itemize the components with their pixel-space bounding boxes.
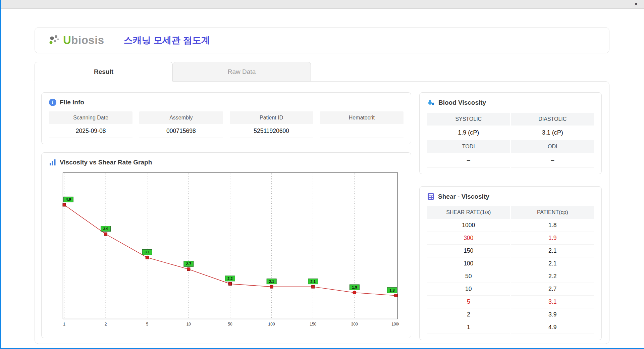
shear-rate-cell: 2 <box>427 308 510 321</box>
svg-text:1: 1 <box>63 322 65 327</box>
field-value: 52511920600 <box>230 124 313 138</box>
file-info-field-hematocrit: Hematocrit <box>320 111 404 138</box>
viscosity-chart: 125105010015030010004.93.93.12.72.22.12.… <box>62 172 399 331</box>
shear-rate-cell: 100 <box>427 257 510 270</box>
app-header: Ubiosis 스캐닝 모세관 점도계 <box>35 27 609 53</box>
svg-text:2: 2 <box>105 322 107 327</box>
table-row: 10001.8 <box>427 219 594 232</box>
blood-viscosity-table: SYSTOLICDIASTOLIC1.9 (cP)3.1 (cP)TODIODI… <box>427 113 594 168</box>
svg-text:1.8: 1.8 <box>389 288 394 292</box>
file-info-card: i File Info Scanning Date2025-09-08Assem… <box>41 92 411 144</box>
ubiosis-logo: Ubiosis <box>49 34 104 47</box>
logo-molecule-icon <box>49 34 60 47</box>
blood-viscosity-title: Blood Viscosity <box>438 99 486 106</box>
svg-text:10: 10 <box>186 322 191 327</box>
bv-header-cell: DIASTOLIC <box>511 113 594 126</box>
svg-text:2.1: 2.1 <box>311 280 316 284</box>
blood-viscosity-card: Blood Viscosity SYSTOLICDIASTOLIC1.9 (cP… <box>419 92 602 174</box>
info-icon: i <box>49 99 56 106</box>
bv-value-cell: – <box>511 153 594 168</box>
result-panel: i File Info Scanning Date2025-09-08Assem… <box>35 81 609 344</box>
svg-text:50: 50 <box>228 322 232 327</box>
bv-header-row: SYSTOLICDIASTOLIC <box>427 113 594 126</box>
svg-text:300: 300 <box>351 322 358 327</box>
svg-text:2.7: 2.7 <box>186 262 191 266</box>
patient-cell: 3.9 <box>511 308 594 321</box>
table-row: 1502.1 <box>427 245 594 257</box>
bv-value-row: 1.9 (cP)3.1 (cP) <box>427 126 594 140</box>
tab-bar: Result Raw Data <box>35 62 644 81</box>
svg-text:4.9: 4.9 <box>66 197 71 201</box>
bv-header-cell: SYSTOLIC <box>427 113 510 126</box>
app-content: Ubiosis 스캐닝 모세관 점도계 Result Raw Data i Fi… <box>0 9 644 344</box>
field-value: 2025-09-08 <box>49 124 132 138</box>
shear-rate-cell: 10 <box>427 283 510 296</box>
svg-text:150: 150 <box>310 322 316 327</box>
patient-cell: 3.1 <box>511 296 594 308</box>
patient-cell: 2.1 <box>511 245 594 257</box>
svg-text:100: 100 <box>268 322 275 327</box>
table-row: 53.1 <box>427 296 594 308</box>
left-column: i File Info Scanning Date2025-09-08Assem… <box>41 92 411 337</box>
logo-rest: biosis <box>71 34 104 46</box>
svg-text:1000: 1000 <box>391 322 399 327</box>
patient-cell: 2.7 <box>511 283 594 296</box>
shear-rate-column-header: SHEAR RATE(1/s) <box>427 206 510 219</box>
right-column: Blood Viscosity SYSTOLICDIASTOLIC1.9 (cP… <box>419 92 602 337</box>
shear-rate-cell: 1000 <box>427 219 510 232</box>
shear-rate-cell: 50 <box>427 270 510 283</box>
patient-cell: 1.8 <box>511 219 594 232</box>
bv-value-row: –– <box>427 153 594 168</box>
svg-text:2.2: 2.2 <box>227 277 232 281</box>
patient-cell: 1.9 <box>511 232 594 245</box>
field-value <box>320 124 404 138</box>
viscosity-graph-card: Viscosity vs Shear Rate Graph 1251050100… <box>41 152 411 338</box>
tab-raw-data[interactable]: Raw Data <box>173 62 311 82</box>
bv-header-cell: TODI <box>427 140 510 153</box>
svg-text:3.9: 3.9 <box>103 227 108 231</box>
shear-rate-cell: 300 <box>427 232 510 245</box>
shear-viscosity-table: SHEAR RATE(1/s) PATIENT(cp) 10001.83001.… <box>427 206 594 334</box>
chart-container: 125105010015030010004.93.93.12.72.22.12.… <box>62 172 404 332</box>
shear-viscosity-card: Shear - Viscosity SHEAR RATE(1/s) PATIEN… <box>419 186 602 340</box>
file-info-fields: Scanning Date2025-09-08Assembly000715698… <box>49 111 404 138</box>
logo-text: Ubiosis <box>63 34 104 47</box>
field-label: Assembly <box>139 111 223 124</box>
shear-rate-cell: 150 <box>427 245 510 257</box>
table-row: 14.9 <box>427 321 594 334</box>
file-info-field-scanning-date: Scanning Date2025-09-08 <box>49 111 132 138</box>
file-info-field-patient-id: Patient ID52511920600 <box>230 111 313 138</box>
svg-text:1.9: 1.9 <box>352 285 357 289</box>
bar-chart-icon <box>49 159 56 166</box>
window-close-button[interactable]: ✕ <box>633 1 639 7</box>
field-label: Hematocrit <box>320 111 404 124</box>
table-grid-icon <box>427 193 435 200</box>
table-row: 1002.1 <box>427 257 594 270</box>
file-info-field-assembly: Assembly000715698 <box>139 111 223 138</box>
tab-result[interactable]: Result <box>35 62 173 82</box>
table-row: 3001.9 <box>427 232 594 245</box>
shear-viscosity-title: Shear - Viscosity <box>438 193 489 200</box>
graph-title: Viscosity vs Shear Rate Graph <box>60 159 152 166</box>
field-label: Scanning Date <box>49 111 132 124</box>
patient-cell: 4.9 <box>511 321 594 334</box>
patient-cell: 2.2 <box>511 270 594 283</box>
table-row: 23.9 <box>427 308 594 321</box>
bv-header-cell: ODI <box>511 140 594 153</box>
file-info-title: File Info <box>60 99 84 106</box>
blood-drops-icon <box>427 99 435 107</box>
table-row: 102.7 <box>427 283 594 296</box>
bv-header-row: TODIODI <box>427 140 594 153</box>
bv-value-cell: – <box>427 153 510 168</box>
patient-cell: 2.1 <box>511 257 594 270</box>
logo-letter-u: U <box>63 34 71 46</box>
shear-table-rows: 10001.83001.91502.11002.1502.2102.753.12… <box>427 219 594 334</box>
svg-text:5: 5 <box>146 322 148 327</box>
svg-text:3.1: 3.1 <box>145 250 150 254</box>
shear-rate-cell: 1 <box>427 321 510 334</box>
patient-column-header: PATIENT(cp) <box>511 206 594 219</box>
window-titlebar: ✕ <box>0 0 644 9</box>
table-row: 502.2 <box>427 270 594 283</box>
page-title: 스캐닝 모세관 점도계 <box>124 34 210 46</box>
svg-text:2.1: 2.1 <box>269 280 274 284</box>
